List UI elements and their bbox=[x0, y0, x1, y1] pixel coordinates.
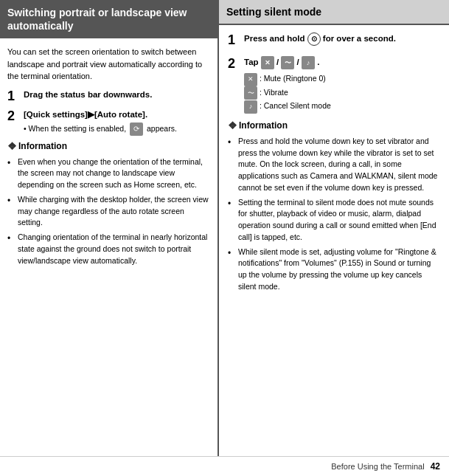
list-item: 〜 : Vibrate bbox=[244, 86, 440, 100]
step2-label: [Quick settings]▶[Auto rotate]. bbox=[24, 108, 209, 120]
right-step-2: 2 Tap ✕ / 〜 / ♪ . ✕ : Mute (Ringtone 0) bbox=[228, 56, 440, 114]
vibrate-icon: 〜 bbox=[281, 56, 294, 69]
home-button-icon: ⊙ bbox=[307, 32, 321, 46]
tap-descriptions: ✕ : Mute (Ringtone 0) 〜 : Vibrate ♪ : Ca… bbox=[244, 72, 440, 114]
right-step1-number: 1 bbox=[228, 32, 244, 49]
step2-sub: • When the setting is enabled, ⟳ appears… bbox=[24, 123, 209, 136]
page-footer: Before Using the Terminal 42 bbox=[0, 456, 449, 476]
right-step2-number: 2 bbox=[228, 56, 244, 72]
step1-number: 1 bbox=[7, 89, 24, 105]
left-title: Switching portrait or landscape view aut… bbox=[0, 0, 217, 38]
list-item: • While silent mode is set, adjusting vo… bbox=[228, 246, 440, 293]
diamond-icon: ❖ bbox=[7, 140, 17, 152]
step1-label: Drag the status bar downwards. bbox=[24, 89, 209, 100]
list-item: • While charging with the desktop holder… bbox=[7, 194, 209, 229]
vibrate-icon-desc: 〜 bbox=[244, 86, 257, 100]
left-section: Switching portrait or landscape view aut… bbox=[0, 0, 219, 456]
list-item: • Press and hold the volume down key to … bbox=[228, 136, 440, 194]
diamond-icon-right: ❖ bbox=[228, 120, 237, 131]
cancel-icon-desc: ♪ bbox=[244, 100, 257, 114]
step2-number: 2 bbox=[7, 108, 24, 125]
right-bullets: • Press and hold the volume down key to … bbox=[228, 136, 440, 293]
right-section: Setting silent mode 1 Press and hold ⊙ f… bbox=[219, 0, 449, 456]
left-step-1: 1 Drag the status bar downwards. bbox=[7, 89, 209, 105]
left-step-2: 2 [Quick settings]▶[Auto rotate]. • When… bbox=[7, 108, 209, 135]
list-item: • Setting the terminal to silent mode do… bbox=[228, 197, 440, 244]
right-info-header: ❖ Information bbox=[228, 120, 440, 131]
list-item: • Even when you change the orientation o… bbox=[7, 156, 209, 191]
page-number: 42 bbox=[431, 461, 440, 472]
list-item: • Changing orientation of the terminal i… bbox=[7, 232, 209, 266]
mute-icon-desc: ✕ bbox=[244, 73, 257, 86]
list-item: ♪ : Cancel Silent mode bbox=[244, 100, 440, 114]
footer-text: Before Using the Terminal bbox=[331, 462, 424, 471]
right-step1-label: Press and hold ⊙ for over a second. bbox=[244, 32, 440, 46]
left-intro: You can set the screen orientation to sw… bbox=[7, 46, 209, 83]
left-info-header: ❖ Information bbox=[7, 140, 209, 152]
auto-rotate-icon: ⟳ bbox=[130, 123, 143, 136]
list-item: ✕ : Mute (Ringtone 0) bbox=[244, 72, 440, 86]
left-bullets: • Even when you change the orientation o… bbox=[7, 156, 209, 267]
mute-icon: ✕ bbox=[261, 56, 274, 69]
right-title: Setting silent mode bbox=[219, 0, 449, 25]
right-step-1: 1 Press and hold ⊙ for over a second. bbox=[228, 32, 440, 49]
right-step2-label: Tap ✕ / 〜 / ♪ . bbox=[244, 56, 440, 69]
cancel-silent-icon: ♪ bbox=[302, 56, 315, 69]
